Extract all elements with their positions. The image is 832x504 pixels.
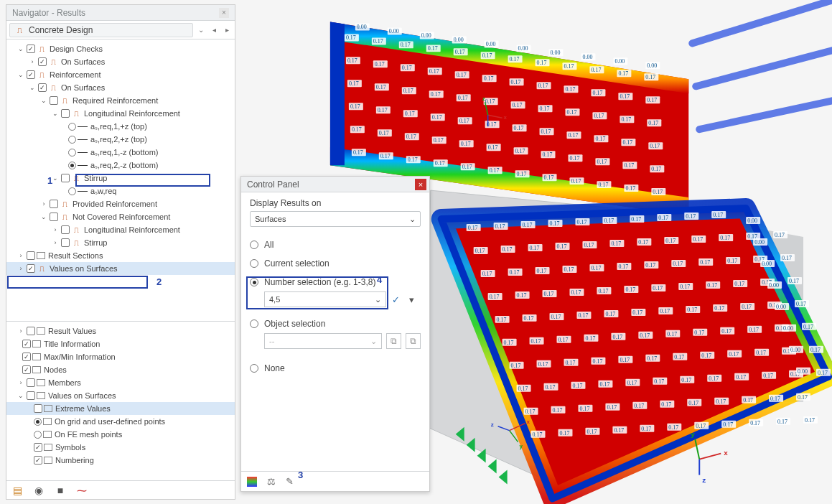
tree-item-asw[interactable]: aₛw,req (6, 185, 235, 197)
checkbox[interactable] (61, 225, 70, 234)
pick-icon[interactable]: ⧉ (386, 333, 401, 349)
camera-icon[interactable]: ■ (54, 484, 67, 497)
opt-number[interactable]: Number selection (e.g. 1-3,8) (250, 273, 421, 291)
expand-icon[interactable]: › (51, 238, 60, 247)
nav-next-icon[interactable]: ▸ (222, 25, 232, 35)
checkbox[interactable] (61, 238, 70, 247)
radio[interactable] (68, 123, 76, 131)
tree-result-sections[interactable]: › Result Sections (6, 249, 235, 262)
expand-icon[interactable]: › (39, 200, 48, 208)
radio[interactable] (68, 187, 76, 195)
opt-all[interactable]: All (250, 235, 421, 254)
tree-values-on-surfaces[interactable]: › Values on Surfaces (6, 262, 235, 275)
checkbox[interactable] (27, 391, 35, 400)
close-icon[interactable]: × (219, 8, 229, 18)
ltree-maxmin[interactable]: Max/Min Information (6, 350, 235, 363)
tree-long2[interactable]: › Longitudinal Reinforcement (6, 223, 235, 236)
expand-icon[interactable]: ⌄ (28, 83, 37, 92)
ltree-vos[interactable]: ⌄ Values on Surfaces (6, 389, 235, 402)
checkbox[interactable] (50, 200, 58, 208)
checkbox[interactable] (50, 96, 58, 105)
expand-icon[interactable]: ⌄ (17, 45, 25, 53)
ltree-members[interactable]: › Members (6, 376, 235, 389)
checkbox[interactable] (22, 340, 31, 348)
checkbox[interactable] (27, 327, 35, 335)
tree-longitudinal[interactable]: ⌄ Longitudinal Reinforcement (6, 107, 235, 120)
tree-design-checks[interactable]: ⌄ Design Checks (6, 42, 235, 55)
checkbox[interactable] (27, 378, 35, 387)
nav-prev-icon[interactable]: ◂ (209, 25, 219, 35)
expand-icon[interactable]: ⌄ (17, 70, 25, 79)
tree-reinforcement[interactable]: ⌄ Reinforcement (6, 68, 235, 81)
checkbox[interactable] (34, 443, 42, 452)
ltree-onfe[interactable]: On FE mesh points (6, 428, 235, 441)
tree-stirrup2[interactable]: › Stirrup (6, 236, 235, 249)
radio[interactable] (250, 364, 258, 373)
chevron-down-icon[interactable]: ⌄ (196, 25, 206, 35)
expand-icon[interactable]: › (28, 57, 37, 66)
chevron-down-icon[interactable]: ▾ (405, 293, 418, 306)
close-icon[interactable]: × (415, 179, 426, 190)
confirm-icon[interactable]: ✓ (389, 293, 402, 306)
radio[interactable] (34, 418, 42, 426)
radio[interactable] (250, 241, 258, 249)
factor-icon[interactable]: ✎ (286, 476, 294, 487)
checkbox[interactable] (61, 109, 70, 118)
tree-item-asreq2bot[interactable]: aₛ,req,2,-z (bottom) (6, 159, 235, 172)
expand-icon[interactable]: ⌄ (51, 109, 60, 118)
curve-icon[interactable]: ⁓ (75, 484, 88, 497)
ltree-result-values[interactable]: › Result Values (6, 325, 235, 337)
checkbox[interactable] (22, 353, 31, 361)
tree-provided[interactable]: › Provided Reinforcement (6, 197, 235, 210)
radio[interactable] (68, 149, 76, 157)
checkbox[interactable] (38, 57, 47, 66)
radio[interactable] (250, 319, 258, 328)
scale-icon[interactable]: ⚖ (267, 476, 276, 487)
tree-item-asreq1top[interactable]: aₛ,req,1,+z (top) (6, 120, 235, 133)
ltree-nodes[interactable]: Nodes (6, 363, 235, 376)
checkbox[interactable] (50, 213, 58, 221)
checkbox[interactable] (27, 264, 35, 273)
ltree-symbols[interactable]: Symbols (6, 441, 235, 454)
ltree-numbering[interactable]: Numbering (6, 454, 235, 467)
palette-icon[interactable] (247, 477, 257, 487)
opt-object[interactable]: Object selection (250, 314, 421, 333)
surfaces-select[interactable]: Surfaces ⌄ (250, 211, 421, 227)
tree-stirrup[interactable]: ⌄ Stirrup (6, 172, 235, 185)
navigator-tree[interactable]: ⌄ Design Checks › On Surfaces ⌄ Reinforc… (6, 39, 235, 480)
checkbox[interactable] (22, 365, 31, 374)
checkbox[interactable] (27, 251, 35, 260)
ltree-extreme[interactable]: Extreme Values (6, 402, 235, 415)
tree-on-surfaces-1[interactable]: › On Surfaces (6, 55, 235, 68)
checkbox[interactable] (34, 404, 42, 413)
tree-item-asreq1bot[interactable]: aₛ,req,1,-z (bottom) (6, 146, 235, 159)
ltree-ongrid[interactable]: On grid and user-defined points (6, 415, 235, 428)
expand-icon[interactable]: › (17, 251, 25, 260)
radio[interactable] (68, 136, 76, 144)
checkbox[interactable] (34, 456, 42, 465)
checkbox[interactable] (27, 70, 35, 79)
radio[interactable] (250, 259, 258, 268)
tree-notcovered[interactable]: ⌄ Not Covered Reinforcement (6, 210, 235, 223)
layers-icon[interactable]: ▤ (11, 484, 24, 497)
tree-on-surfaces-2[interactable]: ⌄ On Surfaces (6, 81, 235, 94)
expand-icon[interactable]: › (51, 225, 60, 234)
expand-icon[interactable]: ⌄ (39, 96, 48, 105)
opt-current[interactable]: Current selection (250, 254, 421, 273)
eye-icon[interactable]: ◉ (32, 484, 45, 497)
tree-required[interactable]: ⌄ Required Reinforcement (6, 94, 235, 107)
navigator-module-select[interactable]: Concrete Design (9, 23, 193, 37)
expand-icon[interactable]: › (17, 264, 25, 273)
radio[interactable] (34, 431, 42, 439)
tree-item-asreq2top[interactable]: aₛ,req,2,+z (top) (6, 133, 235, 146)
pick2-icon[interactable]: ⧉ (406, 333, 421, 349)
checkbox[interactable] (27, 45, 35, 53)
checkbox[interactable] (61, 174, 70, 182)
opt-none[interactable]: None (250, 359, 421, 378)
radio[interactable] (68, 162, 76, 169)
radio[interactable] (250, 278, 258, 286)
checkbox[interactable] (38, 83, 47, 92)
expand-icon[interactable]: ⌄ (39, 213, 48, 221)
number-input[interactable]: 4,5 ⌄ (264, 291, 386, 307)
ltree-title-info[interactable]: Title Information (6, 337, 235, 350)
